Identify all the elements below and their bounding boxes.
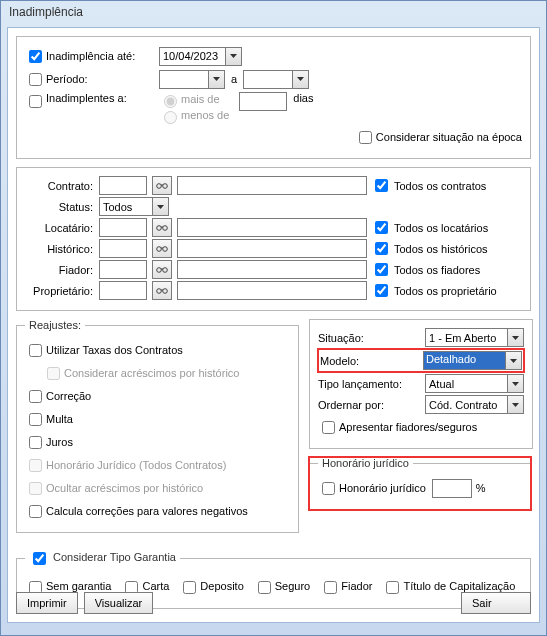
dias-input[interactable] — [239, 92, 287, 111]
ordenar-value[interactable] — [425, 395, 507, 414]
considerar-garantia-checkbox[interactable] — [33, 552, 46, 565]
fiador-code-input[interactable] — [99, 260, 147, 279]
juros-checkbox[interactable] — [29, 436, 42, 449]
todos-fiadores-checkbox[interactable] — [375, 263, 388, 276]
honorario-todos-checkbox — [29, 459, 42, 472]
titulo-label: Título de Capitalização — [403, 580, 515, 592]
tipo-lanc-select[interactable] — [425, 374, 524, 393]
modelo-value[interactable]: Detalhado — [423, 351, 505, 370]
options-group: Situação: Modelo: Detalhado — [309, 319, 533, 449]
radio-menos — [164, 111, 177, 124]
status-select[interactable] — [99, 197, 169, 216]
honorario-checkbox[interactable] — [322, 482, 335, 495]
tipo-lanc-label: Tipo lançamento: — [318, 378, 423, 390]
dropdown-icon[interactable] — [292, 70, 309, 89]
visualizar-button[interactable]: Visualizar — [84, 592, 154, 614]
dias-label: dias — [293, 92, 313, 104]
apresentar-fiadores-checkbox[interactable] — [322, 421, 335, 434]
todos-proprietario-label: Todos os proprietário — [394, 285, 497, 297]
entity-filter-group: Contrato: Todos os contratos Status: Loc… — [16, 167, 531, 311]
inadimplentes-checkbox[interactable] — [29, 95, 42, 108]
carta-label: Carta — [142, 580, 169, 592]
inadimp-ate-input[interactable] — [159, 47, 225, 66]
status-value[interactable] — [99, 197, 152, 216]
todos-locatarios-checkbox[interactable] — [375, 221, 388, 234]
todos-proprietario-checkbox[interactable] — [375, 284, 388, 297]
sem-garantia-label: Sem garantia — [46, 580, 111, 592]
window-title: Inadimplência — [1, 1, 546, 23]
multa-checkbox[interactable] — [29, 413, 42, 426]
inadimp-ate-date[interactable] — [159, 47, 242, 66]
search-icon[interactable] — [152, 239, 172, 258]
dropdown-icon[interactable] — [505, 351, 522, 370]
locatario-code-input[interactable] — [99, 218, 147, 237]
locatario-name-input[interactable] — [177, 218, 367, 237]
seguro-label: Seguro — [275, 580, 310, 592]
periodo-to-input[interactable] — [243, 70, 292, 89]
window: Inadimplência Inadimplência até: Período… — [0, 0, 547, 636]
fiador-name-input[interactable] — [177, 260, 367, 279]
svg-point-0 — [157, 183, 162, 188]
inadimplentes-label: Inadimplentes a: — [46, 92, 159, 104]
svg-point-1 — [163, 183, 168, 188]
search-icon[interactable] — [152, 176, 172, 195]
ordenar-label: Ordernar por: — [318, 399, 423, 411]
todos-fiadores-label: Todos os fiadores — [394, 264, 480, 276]
contrato-name-input[interactable] — [177, 176, 367, 195]
dropdown-icon[interactable] — [225, 47, 242, 66]
svg-point-5 — [163, 246, 168, 251]
content-panel: Inadimplência até: Período: a — [7, 27, 540, 623]
historico-name-input[interactable] — [177, 239, 367, 258]
proprietario-name-input[interactable] — [177, 281, 367, 300]
situacao-value[interactable] — [425, 328, 507, 347]
calcula-neg-label: Calcula correções para valores negativos — [46, 505, 248, 517]
svg-point-8 — [157, 288, 162, 293]
dropdown-icon[interactable] — [507, 328, 524, 347]
dropdown-icon[interactable] — [152, 197, 169, 216]
tipo-lanc-value[interactable] — [425, 374, 507, 393]
radio-mais-label: mais de — [181, 93, 220, 105]
correcao-checkbox[interactable] — [29, 390, 42, 403]
dropdown-icon[interactable] — [507, 395, 524, 414]
search-icon[interactable] — [152, 260, 172, 279]
ocultar-acrescimos-label: Ocultar acréscimos por histórico — [46, 482, 203, 494]
honorario-label: Honorário jurídico — [339, 482, 426, 494]
fiador-label: Fiador: — [25, 264, 97, 276]
considerar-epoca-checkbox[interactable] — [359, 131, 372, 144]
imprimir-button[interactable]: Imprimir — [16, 592, 78, 614]
correcao-label: Correção — [46, 390, 91, 402]
inadimp-ate-checkbox[interactable] — [29, 50, 42, 63]
reajustes-group: Reajustes: Utilizar Taxas dos Contratos … — [16, 319, 299, 533]
calcula-neg-checkbox[interactable] — [29, 505, 42, 518]
proprietario-code-input[interactable] — [99, 281, 147, 300]
contrato-code-input[interactable] — [99, 176, 147, 195]
ordenar-select[interactable] — [425, 395, 524, 414]
reajustes-legend: Reajustes: — [25, 319, 85, 331]
periodo-from[interactable] — [159, 70, 225, 89]
situacao-label: Situação: — [318, 332, 423, 344]
search-icon[interactable] — [152, 281, 172, 300]
periodo-label: Período: — [46, 73, 159, 85]
sair-button[interactable]: Sair — [461, 592, 531, 614]
fiador-garantia-label: Fiador — [341, 580, 372, 592]
right-column: Situação: Modelo: Detalhado — [309, 319, 531, 541]
honorario-input[interactable] — [432, 479, 472, 498]
periodo-to[interactable] — [243, 70, 309, 89]
taxas-checkbox[interactable] — [29, 344, 42, 357]
periodo-from-input[interactable] — [159, 70, 208, 89]
search-icon[interactable] — [152, 218, 172, 237]
todos-historicos-checkbox[interactable] — [375, 242, 388, 255]
contrato-label: Contrato: — [25, 180, 97, 192]
ocultar-acrescimos-checkbox — [29, 482, 42, 495]
todos-contratos-checkbox[interactable] — [375, 179, 388, 192]
historico-code-input[interactable] — [99, 239, 147, 258]
apresentar-fiadores-label: Apresentar fiadores/seguros — [339, 421, 477, 433]
periodo-checkbox[interactable] — [29, 73, 42, 86]
modelo-select[interactable]: Detalhado — [423, 351, 522, 370]
dropdown-icon[interactable] — [507, 374, 524, 393]
situacao-select[interactable] — [425, 328, 524, 347]
svg-point-2 — [157, 225, 162, 230]
svg-point-4 — [157, 246, 162, 251]
dropdown-icon[interactable] — [208, 70, 225, 89]
svg-point-9 — [163, 288, 168, 293]
